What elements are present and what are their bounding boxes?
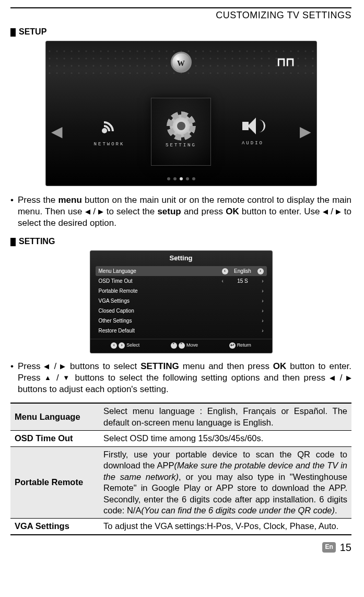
setting-row-label: OSD Time Out <box>99 278 222 284</box>
speaker-icon <box>242 117 263 135</box>
setting-menu-row: Other Settings› <box>90 316 272 326</box>
section-setup-label: SETUP <box>19 27 46 38</box>
panel-audio: AUDIO <box>227 103 278 160</box>
setting-row-value: ‹English› <box>222 268 264 274</box>
setting-menu-row: Closed Caption› <box>90 306 272 316</box>
up-circle-icon: ˄ <box>179 342 185 349</box>
setting-menu-row: Portable Remote› <box>90 286 272 296</box>
opt-name: OSD Time Out <box>10 431 99 446</box>
panel-network: NETWORK <box>84 103 135 160</box>
language-badge: En <box>322 542 335 553</box>
section-setting-title: SETTING <box>10 236 351 247</box>
title-bar-icon <box>10 28 16 37</box>
table-row: VGA Settings To adjust the VGA settings:… <box>10 519 351 535</box>
carousel-left-arrow-icon: ◀ <box>46 122 68 141</box>
panel-audio-label: AUDIO <box>242 141 264 147</box>
panel-network-label: NETWORK <box>94 142 125 148</box>
page-number: 15 <box>340 541 351 554</box>
panel-setting-label: SETTING <box>166 143 196 149</box>
carousel-right-arrow-icon: ▶ <box>295 122 316 141</box>
setting-menu-row: OSD Time Out‹15 S› <box>90 276 272 286</box>
setting-menu-footer: ‹› Select ˅˄ Move ↩ Return <box>90 339 272 350</box>
carousel-dots <box>167 177 195 180</box>
page-footer: En 15 <box>10 541 351 554</box>
setting-menu-title: Setting <box>90 251 272 266</box>
section-setting-label: SETTING <box>19 236 55 247</box>
westinghouse-logo-icon: w <box>171 52 192 73</box>
wifi-icon <box>99 116 120 136</box>
opt-desc: Select menu language : English, Français… <box>99 403 351 430</box>
setting-row-label: Closed Caption <box>99 307 262 314</box>
setting-menu-row: VGA Settings› <box>90 296 272 306</box>
setting-menu-row: Restore Default› <box>90 326 272 336</box>
table-row: OSD Time Out Select OSD time among 15s/3… <box>10 431 351 446</box>
chevron-right-icon: › <box>262 278 263 284</box>
left-circle-icon: ‹ <box>222 268 228 274</box>
setting-row-label: Other Settings <box>99 317 262 324</box>
setting-row-value: ‹15 S› <box>222 278 264 284</box>
left-circle-icon: ‹ <box>111 342 117 349</box>
instruction-setup: • Press the menu button on the main unit… <box>10 194 351 229</box>
setting-row-label: Menu Language <box>99 268 222 274</box>
chevron-right-icon: › <box>262 288 263 294</box>
title-bar-icon <box>10 238 16 246</box>
opt-desc: Firstly, use your portable device to sca… <box>99 446 351 519</box>
setting-menu-screenshot: Setting Menu Language‹English›OSD Time O… <box>90 250 273 353</box>
right-circle-icon: › <box>257 268 264 274</box>
chevron-right-icon: › <box>262 297 263 304</box>
setting-row-label: Portable Remote <box>99 288 262 294</box>
table-row: Menu Language Select menu language : Eng… <box>10 403 351 430</box>
down-circle-icon: ˅ <box>171 342 177 349</box>
section-setup-title: SETUP <box>10 27 351 38</box>
setting-menu-row: Menu Language‹English› <box>96 266 267 276</box>
tv-menu-screenshot: w ⊓⊓ ◀ NETWORK SETTING AUDIO ▶ <box>45 41 317 186</box>
setting-row-label: Restore Default <box>99 327 262 334</box>
right-circle-icon: › <box>119 342 125 349</box>
table-row: Portable Remote Firstly, use your portab… <box>10 446 351 519</box>
return-circle-icon: ↩ <box>229 342 236 349</box>
instruction-setting: • Press ◀ / ▶ buttons to select SETTING … <box>10 361 351 395</box>
opt-name: VGA Settings <box>10 519 99 535</box>
panel-setting: SETTING <box>151 98 212 166</box>
gear-icon <box>170 114 193 137</box>
chevron-right-icon: › <box>262 307 263 314</box>
chevron-right-icon: › <box>262 317 263 324</box>
page-header: CUSTOMIZING TV SETTINGS <box>10 9 351 21</box>
opt-desc: To adjust the VGA settings:H-Pos, V-Pos,… <box>99 519 351 535</box>
chevron-left-icon: ‹ <box>222 278 224 284</box>
opt-name: Menu Language <box>10 403 99 430</box>
settings-table: Menu Language Select menu language : Eng… <box>10 403 351 535</box>
signal-icon: ⊓⊓ <box>277 55 295 70</box>
opt-desc: Select OSD time among 15s/30s/45s/60s. <box>99 431 351 446</box>
chevron-right-icon: › <box>262 327 263 334</box>
opt-name: Portable Remote <box>10 446 99 519</box>
setting-row-label: VGA Settings <box>99 297 262 304</box>
